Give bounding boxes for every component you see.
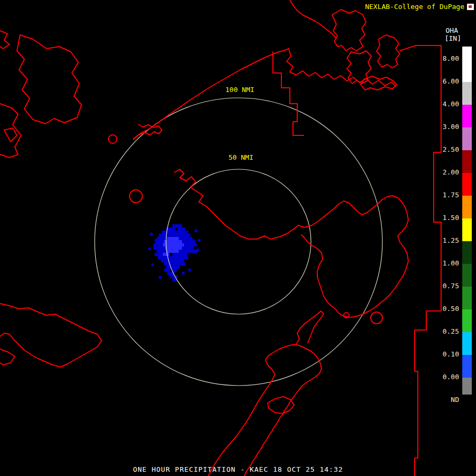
island-outline — [371, 312, 382, 324]
precip-echo — [161, 259, 184, 262]
precip-speckle — [154, 239, 157, 242]
precip-echo-core — [165, 246, 182, 250]
colorbar-segment — [462, 47, 472, 59]
precip-echo-core — [167, 237, 179, 240]
colorbar-segment — [462, 127, 472, 150]
precip-speckle — [150, 233, 153, 235]
map-outline — [332, 10, 366, 51]
precip-echo — [172, 253, 187, 256]
product-units-label: [IN] — [445, 34, 461, 42]
precip-speckle — [151, 263, 154, 266]
range-ring-label: 50 NMI — [228, 153, 253, 161]
precip-echo — [178, 227, 185, 231]
map-outline — [0, 349, 15, 365]
island-outline — [130, 190, 142, 203]
colorbar-tick-label: 0.00 — [436, 373, 459, 381]
footer-caption: ONE HOUR PRECIPITATION - KAEC 18 OCT 25 … — [0, 465, 476, 473]
precip-echo — [162, 231, 188, 234]
precip-echo — [164, 262, 185, 266]
map-outline — [268, 397, 294, 414]
map-outline — [273, 52, 304, 135]
map-outline — [133, 124, 162, 139]
precip-echo — [172, 269, 177, 272]
colorbar-tick-label: 1.25 — [436, 237, 459, 244]
colorbar-tick-label: 0.50 — [436, 305, 459, 313]
map-outline — [133, 49, 289, 139]
precip-speckle — [159, 276, 161, 279]
colorbar-segment — [462, 59, 472, 82]
colorbar-segment — [462, 287, 472, 309]
colorbar-tick-label: 0.25 — [436, 328, 459, 335]
colorbar-segment — [462, 150, 472, 173]
colorbar-segment — [462, 309, 472, 332]
precip-echo — [159, 234, 190, 237]
map-outline — [4, 128, 17, 142]
radar-map: 100 NMI50 NMI — [0, 0, 476, 476]
map-outline — [17, 35, 81, 124]
nexlab-flag-icon — [467, 4, 474, 10]
colorbar-segments — [462, 47, 472, 395]
map-outline — [400, 45, 441, 476]
colorbar-tick-label: ND — [436, 396, 459, 404]
map-outline — [0, 104, 21, 158]
island-outline — [108, 135, 117, 143]
colorbar-segment — [462, 264, 472, 287]
colorbar-tick-label: 2.50 — [436, 146, 459, 153]
precip-echo — [166, 266, 180, 269]
colorbar-tick-label: 0.75 — [436, 282, 459, 290]
precip-speckle — [148, 248, 151, 250]
map-outline — [296, 311, 324, 344]
brand-text: NEXLAB-College of DuPage — [365, 3, 464, 11]
precip-echo — [170, 275, 178, 278]
colorbar-segment — [462, 241, 472, 264]
colorbar-segment — [462, 105, 472, 127]
map-outline — [0, 31, 10, 49]
precip-speckle — [197, 249, 199, 251]
colorbar-segment — [462, 82, 472, 105]
precip-echo — [164, 269, 170, 272]
colorbar-tick-label: 6.00 — [436, 78, 459, 85]
range-ring-label: 100 NMI — [225, 86, 254, 94]
precip-speckle — [182, 272, 185, 274]
colorbar-tick-label: 1.00 — [436, 260, 459, 267]
precip-speckle — [188, 269, 191, 271]
precip-echo — [158, 256, 188, 259]
colorbar-tick-label: 8.00 — [436, 55, 459, 62]
colorbar-tick-label: 0.10 — [436, 351, 459, 358]
colorbar-tick-label: 2.00 — [436, 169, 459, 176]
precip-speckle — [195, 230, 197, 232]
colorbar-tick-label: 1.50 — [436, 214, 459, 222]
precip-speckle — [198, 239, 200, 242]
map-outline — [377, 35, 400, 68]
range-ring — [95, 98, 382, 386]
colorbar-segment — [462, 196, 472, 218]
precip-echo-core — [164, 240, 182, 243]
precip-echo — [172, 224, 182, 227]
colorbar-segment — [462, 218, 472, 241]
map-outline — [290, 0, 336, 38]
colorbar-tick-label: 3.00 — [436, 123, 459, 131]
precip-echo-core — [166, 250, 179, 253]
map-outline — [208, 344, 322, 476]
colorbar-tick-label: 1.75 — [436, 191, 459, 199]
colorbar-segment — [462, 355, 472, 378]
product-code-label: OHA — [446, 26, 458, 34]
colorbar-segment — [462, 173, 472, 196]
colorbar-tick-label: 4.00 — [436, 100, 459, 108]
colorbar-segment — [462, 378, 472, 395]
map-outline — [0, 304, 102, 367]
map-outline — [361, 76, 397, 90]
radar-screen: 100 NMI50 NMI NEXLAB-College of DuPage O… — [0, 0, 476, 476]
brand-bar: NEXLAB-College of DuPage — [365, 3, 474, 11]
colorbar-segment — [462, 332, 472, 355]
precip-echo-core — [163, 253, 169, 256]
